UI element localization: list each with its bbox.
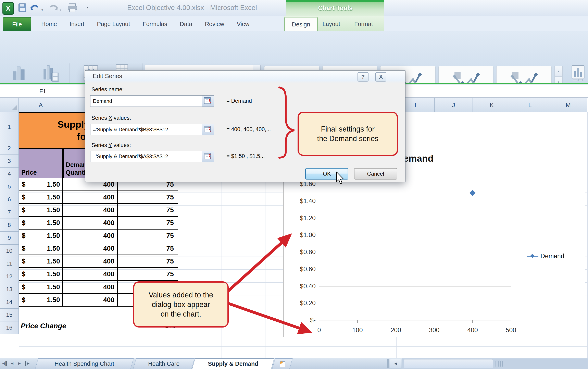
- supply-qty-cell[interactable]: 75: [118, 204, 177, 216]
- table-row[interactable]: $1.50 400 75: [19, 230, 178, 242]
- next-sheet-icon[interactable]: ►: [16, 359, 23, 368]
- demand-qty-cell[interactable]: 400: [63, 204, 118, 216]
- row-header[interactable]: 12: [0, 270, 19, 283]
- customize-quick-access-icon[interactable]: ▔▾: [85, 6, 88, 9]
- row-header[interactable]: 16: [0, 321, 19, 334]
- supply-qty-cell[interactable]: 75: [118, 242, 177, 255]
- ribbon-tab[interactable]: View: [231, 17, 256, 31]
- name-box[interactable]: F1: [0, 85, 85, 98]
- supply-qty-cell[interactable]: 75: [118, 255, 177, 267]
- column-header[interactable]: J: [435, 98, 473, 112]
- price-cell[interactable]: $1.50: [19, 294, 63, 306]
- tab-design[interactable]: Design: [284, 17, 318, 31]
- row-header[interactable]: 1: [0, 112, 19, 142]
- price-cell[interactable]: $1.50: [19, 191, 63, 203]
- undo-icon[interactable]: [30, 3, 40, 13]
- demand-qty-cell[interactable]: 400: [63, 268, 118, 280]
- sheet-tab-health-care[interactable]: Health Care: [134, 359, 193, 369]
- row-header[interactable]: 6: [0, 193, 19, 206]
- row-header[interactable]: 15: [0, 309, 19, 321]
- table-row[interactable]: $1.50 400 75: [19, 217, 178, 230]
- scroll-up-icon[interactable]: ▲: [555, 66, 563, 77]
- column-header[interactable]: M: [549, 98, 588, 112]
- select-all-button[interactable]: [0, 98, 19, 112]
- price-cell[interactable]: $1.50: [19, 242, 63, 255]
- demand-qty-cell[interactable]: 400: [63, 255, 118, 267]
- table-row[interactable]: $1.50 400 75: [19, 242, 178, 255]
- table-row[interactable]: $1.50 400 75: [19, 204, 178, 217]
- column-header[interactable]: L: [511, 98, 549, 112]
- price-cell[interactable]: $1.50: [19, 217, 63, 229]
- price-cell[interactable]: $1.50: [19, 255, 63, 267]
- row-header[interactable]: 8: [0, 219, 19, 232]
- mouse-cursor: [336, 172, 346, 186]
- row-header[interactable]: 3: [0, 155, 19, 167]
- row-header[interactable]: 10: [0, 245, 19, 257]
- prev-sheet-icon[interactable]: ◄: [9, 359, 16, 368]
- demand-qty-cell[interactable]: 400: [63, 191, 118, 203]
- cancel-button[interactable]: Cancel: [354, 168, 397, 180]
- close-icon[interactable]: X: [375, 72, 386, 82]
- demand-qty-cell[interactable]: 400: [63, 242, 118, 255]
- supply-qty-cell[interactable]: 75: [118, 230, 177, 242]
- ribbon-tab[interactable]: Page Layout: [91, 17, 136, 31]
- column-header[interactable]: K: [473, 98, 511, 112]
- cell-A2-price-header[interactable]: Price: [19, 149, 63, 178]
- scrollbar-grip-icon[interactable]: [496, 361, 503, 367]
- horizontal-scrollbar[interactable]: [402, 359, 588, 369]
- table-row[interactable]: $1.50 400 75: [19, 268, 178, 281]
- undo-dropdown-icon[interactable]: ▾: [41, 8, 43, 12]
- sheet-tab-health-spending-chart[interactable]: Health Spending Chart: [37, 359, 132, 369]
- save-icon[interactable]: [18, 3, 27, 13]
- last-sheet-icon[interactable]: ▐►: [23, 359, 30, 368]
- ribbon-tab[interactable]: Insert: [63, 17, 91, 31]
- price-cell[interactable]: $1.50: [19, 268, 63, 280]
- tab-scroll-left-icon[interactable]: ◄: [390, 359, 401, 368]
- table-row[interactable]: $1.50 400 75: [19, 191, 178, 204]
- price-cell[interactable]: $1.50: [19, 281, 63, 293]
- row-header[interactable]: 4: [0, 167, 19, 180]
- price-change-label[interactable]: Price Change: [21, 319, 66, 332]
- supply-qty-cell[interactable]: 75: [118, 191, 177, 203]
- x-axis-ticks: [319, 320, 511, 323]
- help-icon[interactable]: ?: [357, 72, 368, 82]
- row-header[interactable]: 14: [0, 296, 19, 309]
- demand-qty-cell[interactable]: 400: [63, 217, 118, 229]
- price-cell[interactable]: $1.50: [19, 204, 63, 216]
- ribbon-tab[interactable]: Formulas: [136, 17, 173, 31]
- row-header[interactable]: 5: [0, 180, 19, 193]
- series-x-input[interactable]: [90, 124, 202, 135]
- collapse-dialog-icon[interactable]: [202, 124, 214, 135]
- row-header[interactable]: 2: [0, 142, 19, 155]
- row-header[interactable]: 11: [0, 257, 19, 270]
- insert-worksheet-tab[interactable]: [274, 359, 291, 369]
- collapse-dialog-icon[interactable]: [202, 151, 214, 162]
- scrollbar-thumb[interactable]: [404, 359, 493, 368]
- table-row[interactable]: $1.50 400 75: [19, 255, 178, 268]
- row-header[interactable]: 13: [0, 283, 19, 296]
- chart-legend[interactable]: Demand: [527, 253, 564, 260]
- demand-qty-cell[interactable]: 400: [63, 281, 118, 293]
- ribbon-tab[interactable]: Home: [35, 17, 63, 31]
- ribbon-tab[interactable]: Data: [173, 17, 199, 31]
- price-cell[interactable]: $1.50: [19, 178, 63, 191]
- tab-format[interactable]: Format: [345, 17, 382, 31]
- redo-icon[interactable]: [48, 3, 59, 13]
- sheet-tab-supply-demand[interactable]: Supply & Demand: [193, 359, 273, 369]
- print-icon[interactable]: [67, 3, 78, 13]
- row-header[interactable]: 7: [0, 206, 19, 219]
- row-header[interactable]: 9: [0, 232, 19, 244]
- column-header-A[interactable]: A: [19, 98, 63, 112]
- tab-layout[interactable]: Layout: [317, 17, 345, 31]
- series-y-input[interactable]: [90, 151, 202, 162]
- tab-file[interactable]: File: [3, 17, 31, 31]
- series-name-input[interactable]: [90, 95, 202, 107]
- supply-qty-cell[interactable]: 75: [118, 268, 177, 280]
- supply-qty-cell[interactable]: 75: [118, 217, 177, 229]
- collapse-dialog-icon[interactable]: [202, 95, 214, 107]
- demand-qty-cell[interactable]: 400: [63, 294, 118, 306]
- ribbon-tab[interactable]: Review: [199, 17, 231, 31]
- demand-qty-cell[interactable]: 400: [63, 230, 118, 242]
- first-sheet-icon[interactable]: ◄▌: [1, 359, 9, 368]
- price-cell[interactable]: $1.50: [19, 230, 63, 242]
